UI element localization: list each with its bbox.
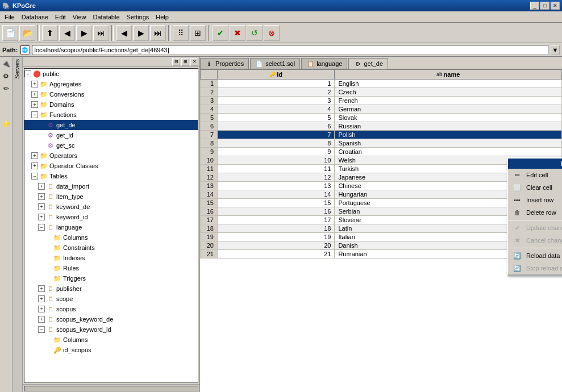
sidebar-close-btn[interactable]: ⊟ [172,58,180,66]
cell-id[interactable]: 12 [218,173,335,182]
cell-name[interactable]: Polish [335,131,562,139]
tree-item[interactable]: +🗒scopus_keyword_de [24,314,198,324]
menu-help[interactable]: Help [152,12,172,22]
nav-last-button[interactable]: ⏭ [93,25,109,41]
grid-large-button[interactable]: ⊞ [190,25,206,41]
tree-expand-btn[interactable]: + [31,162,38,169]
tree-item[interactable]: +🗒item_type [24,191,198,202]
col-header-id[interactable]: 🔑id [218,70,335,80]
tree-expand-btn[interactable]: − [31,173,38,180]
tree-item[interactable]: −🗒scopus_keyword_id [24,324,198,335]
col-header-name[interactable]: abname [335,70,562,80]
table-row[interactable]: 99Croatian [201,148,562,156]
tree-expand-btn[interactable]: − [24,70,31,77]
cell-id[interactable]: 14 [218,190,335,199]
sidebar-hscroll[interactable] [23,384,199,392]
cell-id[interactable]: 17 [218,216,335,224]
tree-expand-btn[interactable]: + [31,81,38,87]
tree-item[interactable]: 📁Columns [24,335,198,345]
tree-item[interactable]: 🔑id_scopus [24,345,198,355]
menu-datatable[interactable]: Datatable [89,12,123,22]
nav-up-button[interactable]: ⬆ [42,25,58,41]
cell-id[interactable]: 2 [218,88,335,97]
snippets-icon-3[interactable]: ✏ [2,84,11,93]
tree-expand-btn[interactable]: + [38,183,45,190]
cell-name[interactable]: Russian [335,122,562,131]
cell-id[interactable]: 5 [218,114,335,122]
tree-expand-btn[interactable]: − [31,111,38,118]
tree-expand-btn[interactable]: + [31,152,38,159]
context-menu-item-clear-cell[interactable]: ⬜ Clear cell Delete [508,181,562,194]
cell-name[interactable]: Croatian [335,148,562,156]
tree-item[interactable]: 📁Triggers [24,273,198,283]
stop-button[interactable]: ⊗ [264,25,280,41]
cell-name[interactable]: Slovak [335,114,562,122]
confirm-button[interactable]: ✔ [213,25,228,41]
tree-expand-btn[interactable]: − [38,224,45,231]
open-button[interactable]: 📂 [19,25,35,41]
menu-edit[interactable]: Edit [52,12,69,22]
sidebar-config-btn[interactable]: ✕ [190,58,198,66]
tree-item[interactable]: −📁Tables [24,171,198,181]
tree-item[interactable]: +🗒scope [24,294,198,304]
tab-select1[interactable]: 📄select1.sql [250,58,300,69]
tree-item[interactable]: ⚙get_id [24,130,198,140]
table-row[interactable]: 66Russian [201,122,562,131]
cell-id[interactable]: 7 [218,131,335,139]
grid-small-button[interactable]: ⠿ [173,25,189,41]
snippets-icon-2[interactable]: ⚙ [2,72,11,81]
cell-name[interactable]: English [335,80,562,88]
context-menu-item-delete-row[interactable]: 🗑 Delete row Ctrl+Delete [508,206,562,219]
tree-item[interactable]: +🗒data_import [24,181,198,191]
nav-forward-button[interactable]: ▶ [76,25,92,41]
cell-name[interactable]: French [335,97,562,105]
tree-expand-btn[interactable]: + [38,306,45,312]
snippets-icon-1[interactable]: 🔌 [2,59,11,68]
tree-item[interactable]: 📁Indexes [24,253,198,263]
tree-item[interactable]: +📁Conversions [24,89,198,99]
cell-id[interactable]: 19 [218,233,335,241]
menu-file[interactable]: File [1,12,18,22]
tree-item[interactable]: ⚙get_sc [24,140,198,151]
tree-item[interactable]: 📁Columns [24,232,198,243]
tree-item[interactable]: 📁Rules [24,263,198,273]
tree-item[interactable]: +🗒keyword_de [24,202,198,212]
sidebar-expand-btn[interactable]: ⊞ [181,58,189,66]
tree-container[interactable]: −🔴public+📁Aggregates+📁Conversions+📁Domai… [24,68,198,383]
tree-item[interactable]: +🗒publisher [24,283,198,294]
tab-get_de[interactable]: ⚙get_de [348,58,388,69]
cell-id[interactable]: 20 [218,241,335,250]
menu-settings[interactable]: Settings [123,12,153,22]
path-dropdown-button[interactable]: ▼ [551,45,560,55]
cell-id[interactable]: 8 [218,139,335,148]
tree-item[interactable]: +📁Operator Classes [24,161,198,171]
tab-properties[interactable]: ℹProperties [200,58,249,69]
cell-id[interactable]: 13 [218,182,335,190]
tree-expand-btn[interactable]: + [38,203,45,210]
table-row[interactable]: 33French [201,97,562,105]
table-row[interactable]: 55Slovak [201,114,562,122]
tree-expand-btn[interactable]: + [38,285,45,292]
path-input[interactable] [32,45,549,55]
tree-item[interactable]: 📁Constraints [24,243,198,253]
table-row[interactable]: 11English [201,80,562,88]
nav-prev-button[interactable]: ◀ [116,25,132,41]
tree-item[interactable]: +🗒keyword_id [24,212,198,222]
context-menu-item-edit-cell[interactable]: ✏ Edit cell F2 [508,169,562,181]
new-button[interactable]: 📄 [2,25,18,41]
nav-next-button[interactable]: ▶ [133,25,149,41]
tab-language[interactable]: 📋language [301,58,347,69]
cell-id[interactable]: 16 [218,207,335,216]
tree-expand-btn[interactable]: + [38,193,45,200]
cell-id[interactable]: 3 [218,97,335,105]
nav-back-button[interactable]: ◀ [59,25,75,41]
tree-expand-btn[interactable]: + [31,101,38,108]
menu-database[interactable]: Database [18,12,52,22]
context-menu-item-reload-data[interactable]: 🔄 Reload data ... F8 [508,249,562,262]
context-menu-item-insert-row[interactable]: ▪▪▪ Insert row Ctrl+Insert [508,194,562,206]
cell-name[interactable]: German [335,105,562,114]
maximize-button[interactable]: □ [540,2,549,10]
tree-item[interactable]: +🗒scopus [24,304,198,314]
tree-item[interactable]: +📁Operators [24,151,198,161]
cell-id[interactable]: 18 [218,224,335,233]
